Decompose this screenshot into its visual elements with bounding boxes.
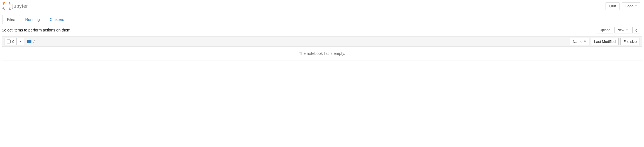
toolbar-hint: Select items to perform actions on them.: [2, 28, 72, 32]
logout-button[interactable]: Logout: [622, 2, 640, 10]
selection-group: 0: [4, 38, 24, 45]
upload-button[interactable]: Upload: [597, 27, 613, 33]
arrow-down-icon: [584, 40, 586, 43]
sort-name-label: Name: [573, 40, 582, 44]
folder-icon[interactable]: [27, 39, 32, 44]
tab-files[interactable]: Files: [2, 15, 20, 24]
header-buttons: Quit Logout: [606, 2, 644, 10]
sort-modified-button[interactable]: Last Modified: [591, 38, 619, 45]
breadcrumb-root[interactable]: /: [33, 39, 35, 44]
refresh-button[interactable]: [632, 27, 640, 33]
sort-name-button[interactable]: Name: [570, 38, 589, 45]
breadcrumb: /: [27, 39, 35, 44]
new-button-label: New: [618, 28, 624, 32]
svg-point-1: [10, 9, 11, 10]
list-header: 0 / Name Last Modified File size: [2, 36, 642, 47]
sort-size-label: File size: [623, 40, 637, 44]
select-menu-button[interactable]: [17, 38, 24, 45]
sort-size-button[interactable]: File size: [620, 38, 640, 45]
tabs: Files Running Clusters: [0, 14, 644, 24]
page-header: jupyter Quit Logout: [0, 0, 644, 12]
quit-button[interactable]: Quit: [606, 2, 619, 10]
toolbar-actions: Upload New: [597, 27, 642, 33]
empty-message: The notebook list is empty.: [299, 51, 345, 56]
brand-logo[interactable]: jupyter: [0, 2, 41, 10]
svg-point-0: [3, 2, 4, 3]
toolbar: Select items to perform actions on them.…: [0, 24, 644, 36]
new-button[interactable]: New: [614, 27, 631, 33]
select-all-checkbox[interactable]: [7, 40, 11, 43]
list-body: The notebook list is empty.: [2, 47, 642, 60]
svg-text:jupyter: jupyter: [12, 3, 28, 9]
svg-point-2: [2, 9, 3, 9]
file-list: 0 / Name Last Modified File size The not…: [0, 36, 644, 62]
caret-down-icon: [19, 40, 21, 43]
tab-clusters[interactable]: Clusters: [45, 15, 69, 24]
selected-count: 0: [12, 40, 14, 44]
caret-down-icon: [626, 29, 628, 31]
select-all-box[interactable]: 0: [4, 38, 17, 45]
refresh-icon: [634, 28, 638, 32]
jupyter-logo-icon: jupyter: [2, 2, 41, 10]
tab-running[interactable]: Running: [21, 15, 45, 24]
sort-modified-label: Last Modified: [594, 40, 616, 44]
sort-controls: Name Last Modified File size: [570, 38, 640, 45]
